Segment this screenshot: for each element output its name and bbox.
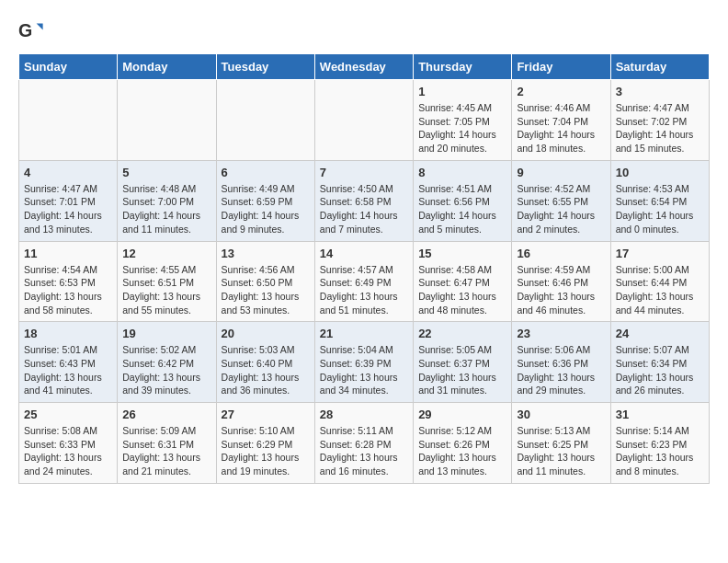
day-cell-8: 8Sunrise: 4:51 AM Sunset: 6:56 PM Daylig… (414, 160, 512, 241)
day-info: Sunrise: 4:58 AM Sunset: 6:47 PM Dayligh… (418, 263, 506, 317)
week-row-1: 1Sunrise: 4:45 AM Sunset: 7:05 PM Daylig… (19, 80, 710, 161)
day-number: 26 (122, 408, 210, 421)
day-info: Sunrise: 5:13 AM Sunset: 6:25 PM Dayligh… (517, 424, 605, 478)
day-number: 2 (517, 85, 605, 98)
day-number: 4 (24, 166, 112, 179)
day-info: Sunrise: 5:05 AM Sunset: 6:37 PM Dayligh… (418, 343, 506, 397)
day-cell-1: 1Sunrise: 4:45 AM Sunset: 7:05 PM Daylig… (414, 80, 512, 161)
day-number: 30 (517, 408, 605, 421)
day-cell-3: 3Sunrise: 4:47 AM Sunset: 7:02 PM Daylig… (610, 80, 709, 161)
day-number: 12 (122, 247, 210, 260)
day-number: 16 (517, 247, 605, 260)
logo-icon: G (18, 18, 44, 44)
day-cell-20: 20Sunrise: 5:03 AM Sunset: 6:40 PM Dayli… (216, 322, 314, 403)
day-info: Sunrise: 5:14 AM Sunset: 6:23 PM Dayligh… (616, 424, 704, 478)
day-cell-13: 13Sunrise: 4:56 AM Sunset: 6:50 PM Dayli… (216, 241, 314, 322)
day-cell-4: 4Sunrise: 4:47 AM Sunset: 7:01 PM Daylig… (19, 160, 118, 241)
day-cell-27: 27Sunrise: 5:10 AM Sunset: 6:29 PM Dayli… (216, 403, 314, 484)
week-row-2: 4Sunrise: 4:47 AM Sunset: 7:01 PM Daylig… (19, 160, 710, 241)
day-cell-6: 6Sunrise: 4:49 AM Sunset: 6:59 PM Daylig… (216, 160, 314, 241)
day-info: Sunrise: 4:57 AM Sunset: 6:49 PM Dayligh… (320, 263, 408, 317)
day-header-wednesday: Wednesday (314, 54, 413, 80)
day-info: Sunrise: 4:56 AM Sunset: 6:50 PM Dayligh… (222, 263, 310, 317)
day-cell-25: 25Sunrise: 5:08 AM Sunset: 6:33 PM Dayli… (19, 403, 118, 484)
day-number: 19 (122, 327, 210, 340)
day-cell-17: 17Sunrise: 5:00 AM Sunset: 6:44 PM Dayli… (610, 241, 709, 322)
day-number: 9 (517, 166, 605, 179)
day-number: 10 (616, 166, 704, 179)
empty-cell (314, 80, 413, 161)
day-info: Sunrise: 5:04 AM Sunset: 6:39 PM Dayligh… (320, 343, 408, 397)
day-info: Sunrise: 5:07 AM Sunset: 6:34 PM Dayligh… (616, 343, 704, 397)
day-cell-10: 10Sunrise: 4:53 AM Sunset: 6:54 PM Dayli… (610, 160, 709, 241)
day-info: Sunrise: 4:47 AM Sunset: 7:01 PM Dayligh… (24, 182, 112, 236)
day-cell-7: 7Sunrise: 4:50 AM Sunset: 6:58 PM Daylig… (314, 160, 413, 241)
logo: G (18, 18, 48, 44)
empty-cell (216, 80, 314, 161)
day-cell-28: 28Sunrise: 5:11 AM Sunset: 6:28 PM Dayli… (314, 403, 413, 484)
day-info: Sunrise: 4:53 AM Sunset: 6:54 PM Dayligh… (616, 182, 704, 236)
day-number: 24 (616, 327, 704, 340)
day-header-monday: Monday (118, 54, 216, 80)
day-cell-22: 22Sunrise: 5:05 AM Sunset: 6:37 PM Dayli… (414, 322, 512, 403)
day-cell-2: 2Sunrise: 4:46 AM Sunset: 7:04 PM Daylig… (512, 80, 610, 161)
day-header-friday: Friday (512, 54, 610, 80)
day-info: Sunrise: 5:08 AM Sunset: 6:33 PM Dayligh… (24, 424, 112, 478)
day-cell-16: 16Sunrise: 4:59 AM Sunset: 6:46 PM Dayli… (512, 241, 610, 322)
day-header-saturday: Saturday (610, 54, 709, 80)
day-number: 7 (320, 166, 408, 179)
day-cell-9: 9Sunrise: 4:52 AM Sunset: 6:55 PM Daylig… (512, 160, 610, 241)
day-info: Sunrise: 5:06 AM Sunset: 6:36 PM Dayligh… (517, 343, 605, 397)
day-info: Sunrise: 4:59 AM Sunset: 6:46 PM Dayligh… (517, 263, 605, 317)
day-cell-23: 23Sunrise: 5:06 AM Sunset: 6:36 PM Dayli… (512, 322, 610, 403)
day-info: Sunrise: 4:49 AM Sunset: 6:59 PM Dayligh… (222, 182, 310, 236)
empty-cell (118, 80, 216, 161)
day-cell-15: 15Sunrise: 4:58 AM Sunset: 6:47 PM Dayli… (414, 241, 512, 322)
day-number: 13 (222, 247, 310, 260)
day-info: Sunrise: 4:47 AM Sunset: 7:02 PM Dayligh… (616, 101, 704, 155)
day-number: 11 (24, 247, 112, 260)
day-header-tuesday: Tuesday (216, 54, 314, 80)
day-info: Sunrise: 5:01 AM Sunset: 6:43 PM Dayligh… (24, 343, 112, 397)
days-header-row: SundayMondayTuesdayWednesdayThursdayFrid… (19, 54, 710, 80)
svg-marker-1 (37, 24, 43, 30)
day-number: 1 (418, 85, 506, 98)
day-cell-21: 21Sunrise: 5:04 AM Sunset: 6:39 PM Dayli… (314, 322, 413, 403)
day-info: Sunrise: 5:10 AM Sunset: 6:29 PM Dayligh… (222, 424, 310, 478)
day-cell-14: 14Sunrise: 4:57 AM Sunset: 6:49 PM Dayli… (314, 241, 413, 322)
day-number: 25 (24, 408, 112, 421)
day-number: 28 (320, 408, 408, 421)
day-info: Sunrise: 4:48 AM Sunset: 7:00 PM Dayligh… (122, 182, 210, 236)
day-info: Sunrise: 5:03 AM Sunset: 6:40 PM Dayligh… (222, 343, 310, 397)
day-cell-12: 12Sunrise: 4:55 AM Sunset: 6:51 PM Dayli… (118, 241, 216, 322)
day-info: Sunrise: 4:50 AM Sunset: 6:58 PM Dayligh… (320, 182, 408, 236)
day-number: 20 (222, 327, 310, 340)
day-cell-26: 26Sunrise: 5:09 AM Sunset: 6:31 PM Dayli… (118, 403, 216, 484)
day-info: Sunrise: 4:46 AM Sunset: 7:04 PM Dayligh… (517, 101, 605, 155)
header: G (18, 18, 710, 44)
day-number: 17 (616, 247, 704, 260)
week-row-5: 25Sunrise: 5:08 AM Sunset: 6:33 PM Dayli… (19, 403, 710, 484)
day-cell-29: 29Sunrise: 5:12 AM Sunset: 6:26 PM Dayli… (414, 403, 512, 484)
week-row-3: 11Sunrise: 4:54 AM Sunset: 6:53 PM Dayli… (19, 241, 710, 322)
day-header-sunday: Sunday (19, 54, 118, 80)
day-info: Sunrise: 4:55 AM Sunset: 6:51 PM Dayligh… (122, 263, 210, 317)
day-number: 21 (320, 327, 408, 340)
day-number: 31 (616, 408, 704, 421)
day-number: 5 (122, 166, 210, 179)
day-info: Sunrise: 5:12 AM Sunset: 6:26 PM Dayligh… (418, 424, 506, 478)
day-cell-18: 18Sunrise: 5:01 AM Sunset: 6:43 PM Dayli… (19, 322, 118, 403)
day-header-thursday: Thursday (414, 54, 512, 80)
day-info: Sunrise: 4:54 AM Sunset: 6:53 PM Dayligh… (24, 263, 112, 317)
day-info: Sunrise: 4:52 AM Sunset: 6:55 PM Dayligh… (517, 182, 605, 236)
day-info: Sunrise: 5:00 AM Sunset: 6:44 PM Dayligh… (616, 263, 704, 317)
day-info: Sunrise: 4:45 AM Sunset: 7:05 PM Dayligh… (418, 101, 506, 155)
day-info: Sunrise: 4:51 AM Sunset: 6:56 PM Dayligh… (418, 182, 506, 236)
day-number: 14 (320, 247, 408, 260)
day-info: Sunrise: 5:09 AM Sunset: 6:31 PM Dayligh… (122, 424, 210, 478)
day-info: Sunrise: 5:11 AM Sunset: 6:28 PM Dayligh… (320, 424, 408, 478)
day-number: 22 (418, 327, 506, 340)
day-number: 27 (222, 408, 310, 421)
week-row-4: 18Sunrise: 5:01 AM Sunset: 6:43 PM Dayli… (19, 322, 710, 403)
day-number: 23 (517, 327, 605, 340)
